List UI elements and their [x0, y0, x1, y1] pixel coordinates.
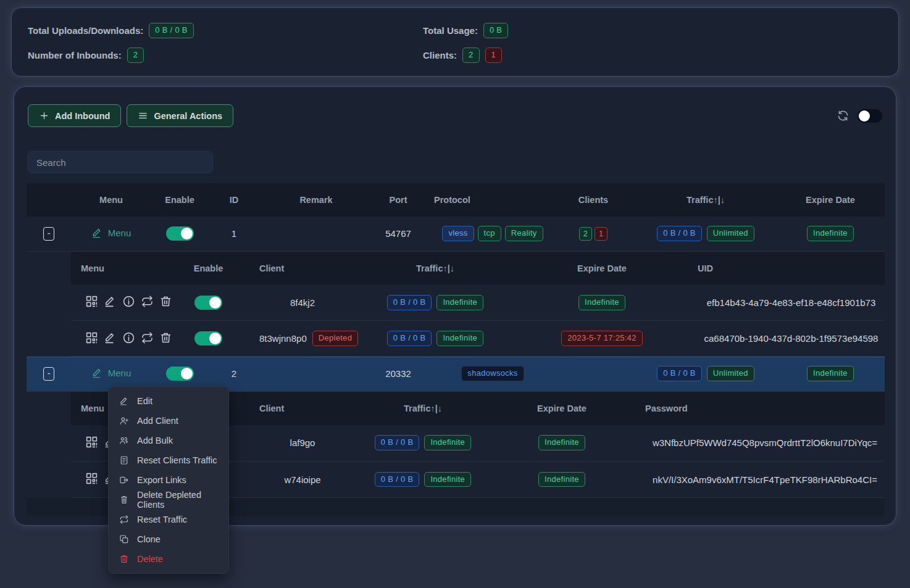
transport-tag: tcp: [478, 226, 501, 241]
depleted-badge: Depleted: [312, 331, 358, 346]
collapse-row-button[interactable]: -: [43, 367, 54, 381]
col-remark: Remark: [260, 183, 372, 217]
protocol-tag: shadowsocks: [461, 366, 524, 381]
col-enable: Enable: [176, 252, 241, 285]
col-expire-date: Expire Date: [525, 252, 679, 285]
edit-client-icon[interactable]: [104, 331, 117, 344]
client-expire-badge: 2023-5-7 17:25:42: [561, 331, 642, 346]
general-actions-button[interactable]: General Actions: [127, 104, 233, 127]
pencil-icon: [119, 396, 129, 406]
menu-item-reset-clients-traffic[interactable]: Reset Clients Traffic: [109, 450, 228, 470]
traffic-badge: 0 B / 0 B: [657, 226, 702, 241]
col-password: Password: [624, 392, 885, 425]
client-uid: ca68470b-1940-437d-802b-1f9573e94598: [679, 321, 885, 357]
menu-item-reset-traffic[interactable]: Reset Traffic: [109, 510, 228, 529]
col-clients: Clients: [551, 183, 635, 217]
inbound-menu-button[interactable]: Menu: [91, 227, 131, 239]
qr-code-icon[interactable]: [85, 295, 98, 308]
user-plus-icon: [119, 416, 129, 426]
info-icon[interactable]: [122, 295, 135, 308]
col-expire-date: Expire Date: [776, 183, 885, 217]
protocol-tag: vless: [442, 226, 474, 241]
plus-icon: [39, 110, 49, 121]
edit-client-icon[interactable]: [104, 295, 117, 308]
col-traffic-sort[interactable]: Traffic↑|↓: [346, 252, 525, 285]
client-header-row: Menu Enable Client Traffic↑|↓ Expire Dat…: [71, 252, 885, 285]
menu-item-delete-depleted-clients[interactable]: Delete Depleted Clients: [109, 490, 228, 510]
pencil-icon: [91, 367, 103, 379]
copy-icon: [119, 534, 129, 544]
traffic-total-badge: Unlimited: [707, 226, 754, 241]
reset-traffic-icon[interactable]: [141, 295, 154, 308]
total-usage-label: Total Usage:: [423, 25, 478, 36]
col-menu: Menu: [71, 183, 151, 217]
enable-toggle[interactable]: [166, 366, 194, 381]
col-id: ID: [208, 183, 260, 217]
client-total-badge: Indefinite: [424, 472, 471, 487]
repeat-icon: [119, 515, 129, 524]
menu-item-edit[interactable]: Edit: [109, 391, 228, 411]
client-password: nkV/I/3XoAm9v6xMT/T5IcrF4TpeTKF98rHARbRo…: [624, 462, 885, 498]
add-inbound-label: Add Inbound: [55, 111, 110, 121]
trash-doc-icon: [119, 495, 129, 505]
menu-item-add-client[interactable]: Add Client: [109, 411, 228, 431]
clients-depleted-badge: 1: [595, 227, 607, 241]
menu-item-delete[interactable]: Delete: [109, 549, 228, 569]
col-expire-date: Expire Date: [500, 392, 624, 425]
qr-code-icon[interactable]: [85, 436, 98, 449]
col-uid: UID: [679, 252, 885, 285]
client-row: 8f4kj2 0 B / 0 B Indefinite Indefinite e…: [71, 285, 885, 321]
client-expire-badge: Indefinite: [538, 472, 585, 487]
enable-toggle[interactable]: [166, 226, 194, 241]
client-expire-badge: Indefinite: [578, 295, 625, 310]
col-traffic-sort[interactable]: Traffic↑|↓: [346, 392, 500, 425]
qr-code-icon[interactable]: [85, 472, 98, 485]
traffic-badge: 0 B / 0 B: [657, 366, 702, 381]
client-enable-toggle[interactable]: [194, 296, 222, 310]
inbound-context-menu: Edit Add Client Add Bulk Reset Clients T…: [108, 386, 229, 574]
qr-code-icon[interactable]: [85, 331, 98, 344]
inbound-header-row: Menu Enable ID Remark Port Protocol Clie…: [27, 183, 885, 217]
export-icon: [119, 475, 129, 485]
col-menu: Menu: [71, 252, 176, 285]
clients-active-count: 2: [462, 48, 480, 63]
client-traffic-badge: 0 B / 0 B: [375, 435, 420, 450]
col-traffic-sort[interactable]: Traffic↑|↓: [635, 183, 776, 217]
menu-item-add-bulk[interactable]: Add Bulk: [109, 431, 228, 450]
number-of-inbounds-label: Number of Inbounds:: [28, 50, 122, 60]
client-traffic-badge: 0 B / 0 B: [375, 472, 420, 487]
expire-badge: Indefinite: [807, 366, 854, 381]
dark-mode-toggle[interactable]: [858, 109, 882, 123]
client-total-badge: Indefinite: [424, 435, 471, 450]
delete-client-icon[interactable]: [159, 295, 172, 308]
menu-lines-icon: [138, 110, 148, 121]
delete-client-icon[interactable]: [159, 331, 172, 344]
client-name: 8t3wjnn8p0: [259, 333, 307, 344]
inbound-remark: [260, 357, 372, 391]
file-icon: [119, 455, 129, 465]
client-password: w3NfbzUPf5WWd745Q8pvsmQrdrttT2lO6knuI7Di…: [624, 425, 885, 462]
refresh-icon[interactable]: [837, 109, 849, 122]
inbound-port: 20332: [372, 357, 424, 391]
clients-active-badge: 2: [579, 227, 592, 241]
col-port: Port: [372, 183, 424, 217]
col-protocol: Protocol: [424, 183, 551, 217]
clients-depleted-count: 1: [485, 48, 503, 63]
client-name: 8f4kj2: [241, 285, 346, 321]
inbound-menu-button[interactable]: Menu: [91, 367, 131, 379]
inbound-id: 1: [208, 217, 260, 251]
client-traffic-badge: 0 B / 0 B: [387, 295, 432, 310]
add-inbound-button[interactable]: Add Inbound: [28, 104, 121, 127]
col-enable: Enable: [151, 183, 208, 217]
reset-traffic-icon[interactable]: [141, 331, 154, 344]
search-input[interactable]: [28, 151, 213, 173]
vless-clients-table: Menu Enable Client Traffic↑|↓ Expire Dat…: [71, 252, 885, 357]
general-actions-label: General Actions: [154, 111, 222, 121]
menu-item-export-links[interactable]: Export Links: [109, 470, 228, 490]
trash-icon: [119, 554, 129, 564]
inbound-row[interactable]: - Menu 1 54767 vless tcp Reality 2: [27, 217, 885, 251]
info-icon[interactable]: [122, 331, 135, 344]
collapse-row-button[interactable]: -: [43, 227, 54, 241]
client-enable-toggle[interactable]: [194, 331, 222, 346]
menu-item-clone[interactable]: Clone: [109, 529, 228, 549]
